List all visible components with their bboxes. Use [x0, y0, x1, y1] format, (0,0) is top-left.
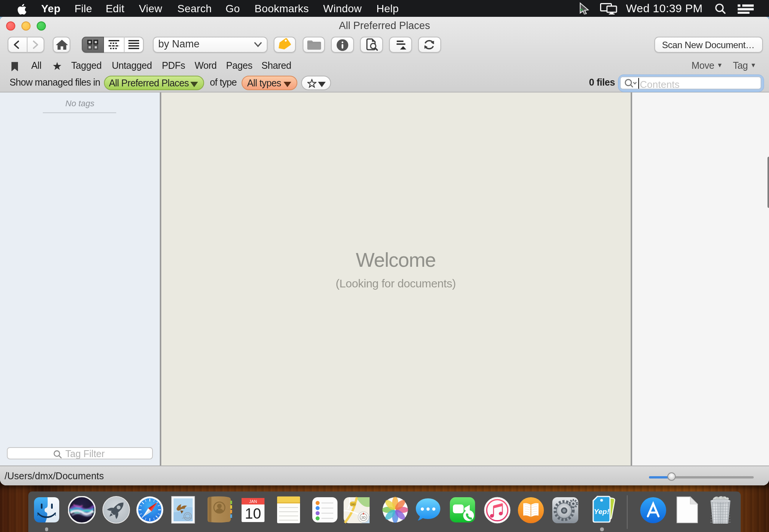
svg-text:JAN: JAN — [249, 499, 256, 503]
svg-text:10: 10 — [245, 505, 261, 521]
svg-text:Yep!: Yep! — [594, 508, 610, 516]
svg-text:280: 280 — [351, 502, 355, 506]
svg-text:3D: 3D — [362, 515, 366, 519]
